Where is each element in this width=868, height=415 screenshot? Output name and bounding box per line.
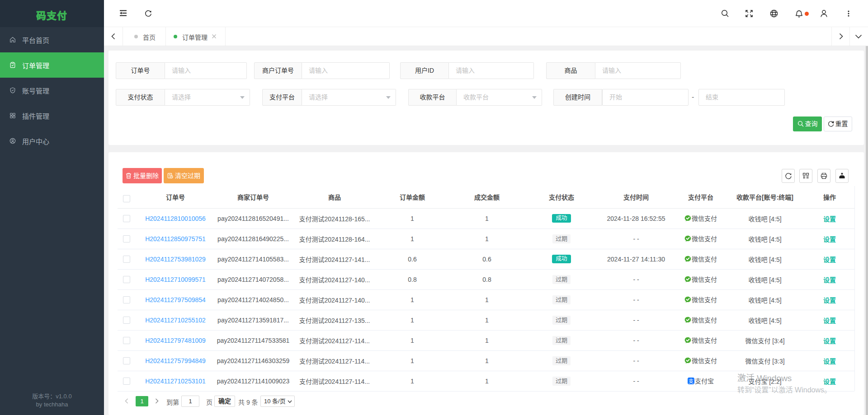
svg-text:支: 支 [689, 378, 694, 384]
